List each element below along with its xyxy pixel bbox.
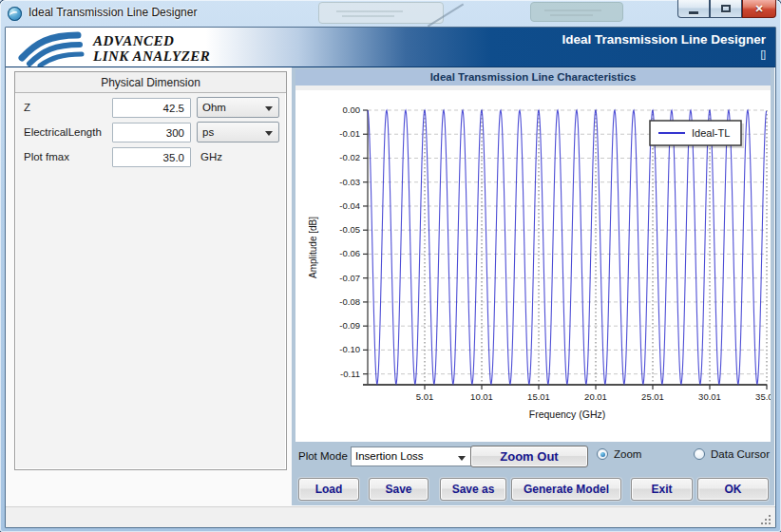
- background-bleed-shape: [318, 2, 444, 24]
- z-label: Z: [24, 102, 30, 113]
- window-title: Ideal Transmission Line Designer: [29, 6, 197, 19]
- zoom-radio-label: Zoom: [614, 448, 641, 460]
- minimize-button[interactable]: [677, 0, 710, 18]
- chart-title: Ideal Transmission Line Characteristics: [295, 69, 771, 86]
- client-area: ADVANCED LINK ANALYZER Ideal Transmissio…: [5, 27, 776, 528]
- brand-logo: ADVANCED LINK ANALYZER: [17, 30, 210, 66]
- x-axis-label: Frequency (GHz): [529, 408, 606, 420]
- physical-dimension-groupbox: Physical Dimension Z Ohm ElectricalLengt…: [14, 71, 287, 470]
- groupbox-caption: Physical Dimension: [15, 72, 286, 93]
- param-row-plot-fmax: Plot fmax GHz: [15, 147, 286, 170]
- save-button[interactable]: Save: [369, 478, 429, 501]
- x-tick-label: 15.01: [527, 391, 550, 402]
- exit-button[interactable]: Exit: [631, 478, 693, 501]
- minimize-icon: [689, 11, 698, 14]
- load-button[interactable]: Load: [298, 478, 359, 501]
- close-button[interactable]: ✕: [742, 0, 776, 18]
- resize-grip-icon[interactable]: [760, 514, 771, 525]
- zoom-out-button[interactable]: Zoom Out: [470, 446, 588, 467]
- y-axis-label: Amplitude [dB]: [308, 217, 318, 278]
- param-row-z: Z Ohm: [15, 98, 286, 121]
- electrical-length-unit-combobox[interactable]: ps: [197, 122, 279, 142]
- plot-mode-value: Insertion Loss: [355, 450, 424, 462]
- plot-fmax-label: Plot fmax: [24, 151, 69, 162]
- electrical-length-unit-value: ps: [202, 126, 214, 138]
- x-tick-label: 25.01: [641, 391, 664, 402]
- background-bleed-shape: [530, 2, 623, 22]
- radio-icon[interactable]: [597, 448, 608, 460]
- brand-name: ADVANCED LINK ANALYZER: [93, 33, 210, 64]
- zoom-radio[interactable]: Zoom: [597, 448, 641, 460]
- electrical-length-input[interactable]: [112, 123, 191, 142]
- wave-logo-icon: [17, 30, 86, 66]
- caption-buttons: ✕: [677, 0, 776, 18]
- z-unit-combobox[interactable]: Ohm: [197, 97, 279, 118]
- status-bar: [6, 506, 775, 528]
- y-tick-label: -0.04: [339, 200, 360, 211]
- chart-widget: Ideal Transmission Line Characteristics …: [295, 69, 771, 442]
- chevron-down-icon: [265, 106, 273, 111]
- y-tick-label: 0.00: [343, 104, 361, 115]
- y-tick-label: -0.10: [339, 344, 360, 354]
- app-icon: [8, 7, 22, 21]
- y-tick-label: -0.05: [339, 224, 360, 235]
- legend-label: Ideal-TL: [692, 127, 730, 139]
- close-icon: ✕: [754, 4, 763, 14]
- brand-line1: ADVANCED: [93, 33, 210, 48]
- plot-fmax-unit-label: GHz: [200, 151, 222, 162]
- y-tick-label: -0.07: [339, 273, 360, 283]
- y-tick-label: -0.08: [339, 296, 360, 307]
- ok-button[interactable]: OK: [697, 478, 769, 501]
- y-tick-label: -0.06: [339, 248, 360, 258]
- y-tick-label: -0.01: [339, 128, 360, 139]
- radio-icon[interactable]: [694, 448, 705, 460]
- plot-mode-row: Plot Mode Insertion Loss Zoom Out Zoom D…: [292, 446, 774, 470]
- header-band: ADVANCED LINK ANALYZER Ideal Transmissio…: [6, 28, 775, 67]
- plot-mode-combobox[interactable]: Insertion Loss: [351, 446, 472, 466]
- data-cursor-radio[interactable]: Data Cursor: [694, 448, 770, 460]
- z-input[interactable]: [112, 98, 191, 118]
- electrical-length-label: ElectricalLength: [24, 126, 102, 138]
- y-tick-label: -0.03: [339, 177, 360, 187]
- x-tick-label: 5.01: [416, 391, 434, 402]
- save-as-button[interactable]: Save as: [440, 478, 506, 501]
- page-title: Ideal Transmission Line Designer: [562, 32, 766, 47]
- series-ideal-tl: [368, 110, 767, 384]
- y-tick-label: -0.11: [340, 369, 360, 379]
- actions-row: Load Save Save as Generate Model Exit OK: [292, 478, 774, 503]
- brand-line2: LINK ANALYZER: [93, 48, 210, 64]
- param-row-electrical-length: ElectricalLength ps: [15, 123, 286, 145]
- x-tick-label: 35.01: [755, 391, 771, 402]
- maximize-button[interactable]: [710, 0, 742, 18]
- chart-panel: Ideal Transmission Line Characteristics …: [292, 67, 774, 505]
- x-tick-label: 30.01: [698, 391, 721, 402]
- data-cursor-radio-label: Data Cursor: [711, 448, 770, 460]
- parameters-column: Physical Dimension Z Ohm ElectricalLengt…: [7, 67, 292, 506]
- titlebar[interactable]: Ideal Transmission Line Designer ✕: [0, 0, 781, 27]
- z-unit-value: Ohm: [202, 102, 226, 113]
- maximize-icon: [721, 5, 731, 12]
- plot-fmax-input[interactable]: [112, 147, 191, 167]
- chart-plot[interactable]: 0.00-0.01-0.02-0.03-0.04-0.05-0.06-0.07-…: [295, 90, 771, 442]
- app-window: Ideal Transmission Line Designer ✕ ADVAN…: [0, 0, 781, 532]
- x-tick-label: 20.01: [584, 391, 607, 402]
- generate-model-button[interactable]: Generate Model: [511, 478, 621, 501]
- y-tick-label: -0.09: [339, 320, 360, 331]
- header-brackets: []: [562, 49, 766, 60]
- chevron-down-icon: [458, 456, 466, 461]
- x-tick-label: 10.01: [470, 391, 493, 402]
- plot-mode-label: Plot Mode: [298, 450, 348, 462]
- chevron-down-icon: [265, 131, 273, 136]
- y-tick-label: -0.02: [339, 152, 360, 162]
